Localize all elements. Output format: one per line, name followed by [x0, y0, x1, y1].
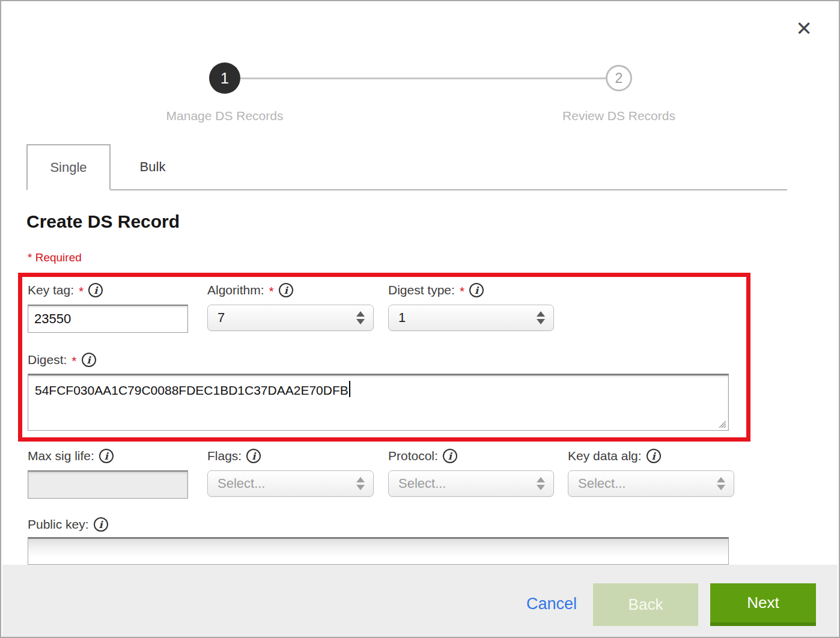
flags-select[interactable]: Select... [207, 470, 374, 497]
field-max-sig-life: Max sig life: i [28, 447, 188, 499]
algorithm-select[interactable]: 7 [207, 305, 374, 331]
required-note: * Required [28, 251, 82, 264]
key-data-alg-label: Key data alg: i [568, 447, 734, 465]
max-sig-life-input[interactable] [28, 470, 188, 499]
required-asterisk: * [269, 284, 274, 299]
info-icon[interactable]: i [443, 449, 457, 463]
select-arrows-icon [537, 477, 545, 490]
digest-type-select-value: 1 [398, 310, 406, 326]
select-arrows-icon [356, 311, 365, 324]
create-ds-record-dialog: ✕ 1 2 Manage DS Records Review DS Record… [0, 0, 840, 638]
field-protocol: Protocol: i Select... [388, 447, 554, 497]
info-icon[interactable]: i [246, 449, 261, 463]
select-arrows-icon [356, 477, 365, 490]
digest-label: Digest: * i [28, 351, 729, 369]
info-icon[interactable]: i [94, 517, 108, 532]
back-button[interactable]: Back [593, 583, 698, 626]
stepper-step-1-circle: 1 [209, 62, 240, 94]
stepper-connector [240, 77, 606, 79]
next-button[interactable]: Next [710, 583, 816, 626]
text-cursor [349, 381, 350, 397]
info-icon[interactable]: i [279, 283, 293, 297]
cancel-button[interactable]: Cancel [526, 595, 577, 613]
public-key-label-text: Public key: [28, 517, 89, 532]
field-key-tag: Key tag: * i [28, 281, 188, 333]
digest-type-select[interactable]: 1 [388, 305, 554, 331]
field-digest-type: Digest type: * i 1 [388, 281, 554, 331]
key-tag-label: Key tag: * i [28, 281, 188, 299]
digest-textarea[interactable]: 54FCF030AA1C79C0088FDEC1BD1C37DAA2E70DFB [28, 374, 729, 431]
digest-type-label: Digest type: * i [388, 281, 554, 299]
field-flags: Flags: i Select... [207, 447, 374, 497]
stepper-step-2-label: Review DS Records [523, 109, 715, 123]
required-asterisk: * [79, 284, 84, 299]
algorithm-select-value: 7 [218, 310, 225, 326]
protocol-label: Protocol: i [388, 447, 554, 465]
stepper-step-2-circle: 2 [606, 65, 632, 91]
field-algorithm: Algorithm: * i 7 [207, 281, 374, 331]
key-data-alg-select-value: Select... [578, 476, 625, 491]
page-title: Create DS Record [26, 211, 180, 232]
field-digest: Digest: * i 54FCF030AA1C79C0088FDEC1BD1C… [28, 351, 729, 431]
max-sig-life-label: Max sig life: i [28, 447, 188, 465]
tab-bar: Single Bulk [26, 144, 787, 190]
select-arrows-icon [717, 477, 725, 490]
flags-select-value: Select... [218, 476, 265, 491]
key-tag-input[interactable] [28, 305, 188, 333]
key-tag-label-text: Key tag: [28, 283, 74, 297]
field-key-data-alg: Key data alg: i Select... [568, 447, 734, 497]
algorithm-label: Algorithm: * i [207, 281, 374, 299]
max-sig-life-label-text: Max sig life: [28, 449, 94, 463]
close-icon[interactable]: ✕ [791, 16, 817, 42]
flags-label-text: Flags: [207, 449, 242, 463]
algorithm-label-text: Algorithm: [207, 283, 264, 297]
protocol-label-text: Protocol: [388, 449, 438, 463]
field-public-key: Public key: i [28, 515, 729, 565]
key-data-alg-label-text: Key data alg: [568, 449, 642, 463]
public-key-label: Public key: i [28, 515, 729, 533]
protocol-select-value: Select... [398, 476, 446, 491]
dialog-footer: Cancel Back Next [2, 565, 838, 637]
tab-bulk[interactable]: Bulk [111, 144, 195, 189]
info-icon[interactable]: i [99, 449, 114, 463]
flags-label: Flags: i [207, 447, 374, 465]
digest-label-text: Digest: [28, 353, 67, 367]
info-icon[interactable]: i [647, 449, 661, 463]
info-icon[interactable]: i [82, 353, 96, 367]
stepper-step-1-label: Manage DS Records [129, 109, 321, 123]
digest-value: 54FCF030AA1C79C0088FDEC1BD1C37DAA2E70DFB [35, 383, 348, 397]
tab-single[interactable]: Single [26, 144, 111, 190]
public-key-textarea[interactable] [28, 537, 729, 565]
protocol-select[interactable]: Select... [388, 470, 554, 497]
resize-handle-icon[interactable] [717, 419, 726, 428]
info-icon[interactable]: i [88, 283, 103, 297]
required-asterisk: * [460, 284, 464, 299]
select-arrows-icon [537, 311, 545, 324]
required-asterisk: * [72, 354, 76, 368]
key-data-alg-select[interactable]: Select... [568, 470, 734, 497]
info-icon[interactable]: i [469, 283, 484, 297]
digest-type-label-text: Digest type: [388, 283, 455, 297]
